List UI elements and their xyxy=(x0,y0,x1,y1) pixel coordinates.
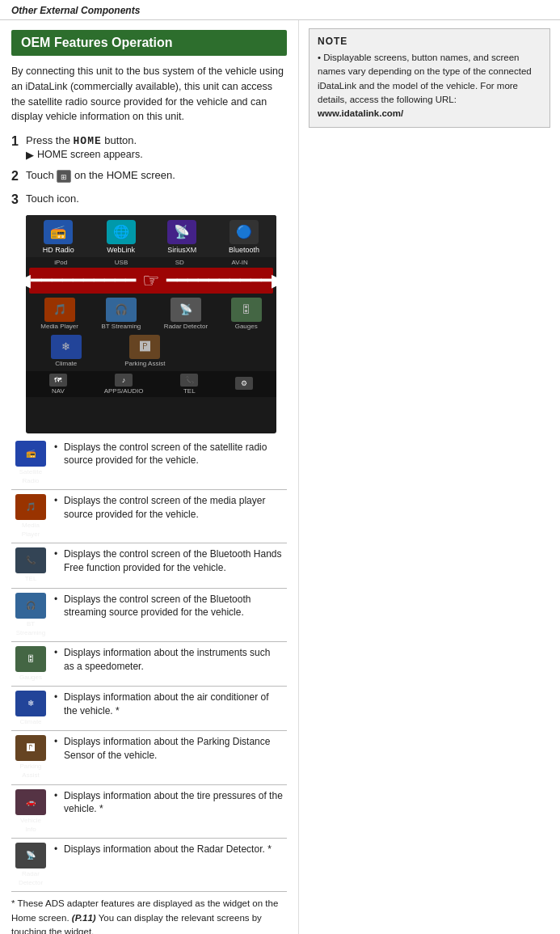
icon-cell-bt: 🎧 BT Streaming xyxy=(11,588,50,641)
screenshot: 📻 HD Radio 🌐 WebLink 📡 SiriusXM 🔵 Blueto… xyxy=(26,215,276,433)
ss-siriusxm: 📡 SiriusXM xyxy=(167,220,196,254)
desc-radar: •Displays information about the Radar De… xyxy=(50,839,287,892)
desc-bt: •Displays the control screen of the Blue… xyxy=(50,588,287,641)
step-2-main: Touch ⊞ on the HOME screen. xyxy=(26,169,287,183)
desc-vehicle: •Displays information about the tire pre… xyxy=(50,784,287,838)
desc-media: •Displays the control screen of the medi… xyxy=(50,489,287,543)
step-1-main: Press the HOME button. xyxy=(26,134,287,147)
icon-cell-tel: 📞 TEL xyxy=(11,543,50,588)
ss-weblink: 🌐 WebLink xyxy=(107,220,136,254)
table-row: 🎛 Gauges •Displays information about the… xyxy=(11,641,287,686)
table-row: 🎵 Media Player •Displays the control scr… xyxy=(11,489,287,543)
step-2: 2 Touch ⊞ on the HOME screen. xyxy=(11,169,287,184)
left-column: OEM Features Operation By connecting thi… xyxy=(0,20,299,934)
icon-cell-radar: 📡 Radar Detector xyxy=(11,839,50,892)
desc-parking: •Displays information about the Parking … xyxy=(50,731,287,784)
icon-cell-media: 🎵 Media Player xyxy=(11,489,50,543)
table-row: 📻 Satellite Radio •Displays the control … xyxy=(11,437,287,490)
step-3-main: Touch icon. xyxy=(26,192,287,205)
desc-gauges: •Displays information about the instrume… xyxy=(50,641,287,686)
step-number-3: 3 xyxy=(11,192,26,207)
desc-satellite: •Displays the control screen of the sate… xyxy=(50,437,287,490)
step-1-sub: ▶ HOME screen appears. xyxy=(26,149,287,161)
table-row: 🅿 Parking Assist •Displays information a… xyxy=(11,731,287,784)
footnote: * These ADS adapter features are display… xyxy=(11,897,287,934)
note-text: • Displayable screens, button names, and… xyxy=(318,51,541,120)
table-row: 🚗 Vehicle Info •Displays information abo… xyxy=(11,784,287,838)
step-number-2: 2 xyxy=(11,169,26,184)
ss-panel-row2: ❄ Climate 🅿 Parking Assist xyxy=(26,332,276,370)
ss-panel-row1: 🎵 Media Player 🎧 BT Streaming 📡 Radar De… xyxy=(26,295,276,332)
icon-cell-climate: ❄ Climate xyxy=(11,687,50,731)
icon-cell-parking: 🅿 Parking Assist xyxy=(11,731,50,784)
step-1: 1 Press the HOME button. ▶ HOME screen a… xyxy=(11,134,287,161)
desc-tel: •Displays the control screen of the Blue… xyxy=(50,543,287,588)
ss-top-row: 📻 HD Radio 🌐 WebLink 📡 SiriusXM 🔵 Blueto… xyxy=(26,215,276,257)
intro-text: By connecting this unit to the bus syste… xyxy=(11,64,287,125)
icon-cell-gauges: 🎛 Gauges xyxy=(11,641,50,686)
table-row: 📡 Radar Detector •Displays information a… xyxy=(11,839,287,892)
step-number-1: 1 xyxy=(11,134,26,149)
icon-cell-satellite: 📻 Satellite Radio xyxy=(11,437,50,490)
ss-panel: 🎵 Media Player 🎧 BT Streaming 📡 Radar De… xyxy=(26,295,276,370)
desc-climate: •Displays information about the air cond… xyxy=(50,687,287,731)
ss-bluetooth: 🔵 Bluetooth xyxy=(229,220,259,254)
ss-bottom-bar: 🗺 NAV ♪ APPS/AUDIO 📞 TEL ⚙ xyxy=(26,371,276,397)
note-title: NOTE xyxy=(318,36,541,47)
step-3: 3 Touch icon. xyxy=(11,192,287,207)
note-box: NOTE • Displayable screens, button names… xyxy=(309,28,550,128)
table-row: ❄ Climate •Displays information about th… xyxy=(11,687,287,731)
page-header: Other External Components xyxy=(0,0,560,20)
right-column: NOTE • Displayable screens, button names… xyxy=(299,20,560,934)
note-url: www.idatalink.com/ xyxy=(318,108,403,118)
ss-hd-radio: 📻 HD Radio xyxy=(43,220,74,254)
feature-table: 📻 Satellite Radio •Displays the control … xyxy=(11,437,287,893)
table-row: 📞 TEL •Displays the control screen of th… xyxy=(11,543,287,588)
ss-usb-row: iPod USB SD AV-IN xyxy=(26,257,276,268)
icon-cell-vehicle: 🚗 Vehicle Info xyxy=(11,784,50,838)
table-row: 🎧 BT Streaming •Displays the control scr… xyxy=(11,588,287,641)
section-title: OEM Features Operation xyxy=(11,30,287,56)
header-text: Other External Components xyxy=(11,5,140,16)
ss-arrow-overlay: ◀━━━━━━━━━━ ☞ ━━━━━━━━━━▶ xyxy=(29,268,273,294)
